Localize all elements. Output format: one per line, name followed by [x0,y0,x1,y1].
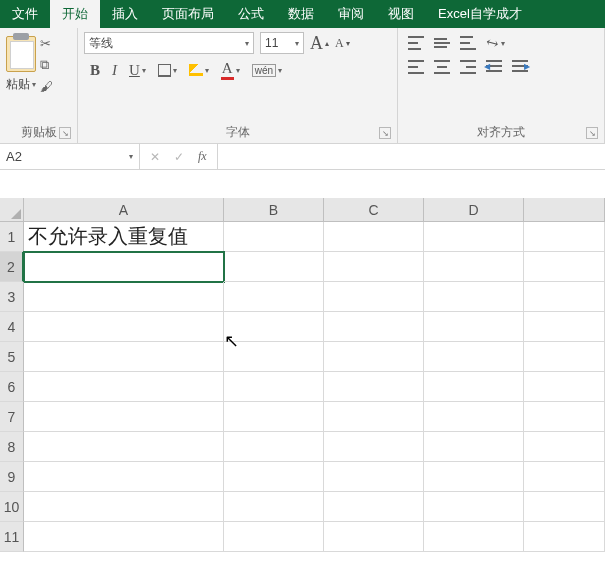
cell-d1[interactable] [424,222,524,252]
row-header-5[interactable]: 5 [0,342,24,372]
cell-e9[interactable] [524,462,605,492]
borders-button[interactable]: ▾ [158,64,177,77]
cell-c7[interactable] [324,402,424,432]
cell-e1[interactable] [524,222,605,252]
font-dialog-launcher[interactable]: ↘ [379,127,391,139]
cell-c4[interactable] [324,312,424,342]
cancel-formula-button[interactable]: ✕ [150,150,160,164]
align-center-button[interactable] [434,60,450,74]
cell-e6[interactable] [524,372,605,402]
cell-a2[interactable] [24,252,224,282]
cell-c1[interactable] [324,222,424,252]
cell-a10[interactable] [24,492,224,522]
cell-a5[interactable] [24,342,224,372]
cell-c6[interactable] [324,372,424,402]
align-top-button[interactable] [408,36,424,50]
name-box[interactable]: A2▾ [0,144,140,169]
tab-view[interactable]: 视图 [376,0,426,28]
row-header-9[interactable]: 9 [0,462,24,492]
cell-c11[interactable] [324,522,424,552]
cell-d10[interactable] [424,492,524,522]
cell-d6[interactable] [424,372,524,402]
align-right-button[interactable] [460,60,476,74]
tab-home[interactable]: 开始 [50,0,100,28]
cell-b5[interactable] [224,342,324,372]
cell-b8[interactable] [224,432,324,462]
cell-c5[interactable] [324,342,424,372]
cell-c3[interactable] [324,282,424,312]
cell-d7[interactable] [424,402,524,432]
col-header-b[interactable]: B [224,198,324,222]
cell-e10[interactable] [524,492,605,522]
increase-indent-button[interactable] [512,60,528,74]
cell-b9[interactable] [224,462,324,492]
font-color-button[interactable]: A▾ [221,60,240,80]
grow-font-button[interactable]: A▴ [310,33,329,54]
select-all-corner[interactable] [0,198,24,222]
row-header-3[interactable]: 3 [0,282,24,312]
row-header-6[interactable]: 6 [0,372,24,402]
italic-button[interactable]: I [112,62,117,79]
alignment-dialog-launcher[interactable]: ↘ [586,127,598,139]
tab-file[interactable]: 文件 [0,0,50,28]
cell-d5[interactable] [424,342,524,372]
cell-a3[interactable] [24,282,224,312]
cell-d3[interactable] [424,282,524,312]
tab-formulas[interactable]: 公式 [226,0,276,28]
copy-button[interactable]: ⧉ [40,57,53,73]
fill-color-button[interactable]: ▾ [189,64,209,76]
cell-b10[interactable] [224,492,324,522]
cell-e8[interactable] [524,432,605,462]
underline-button[interactable]: U▾ [129,62,146,79]
cell-b2[interactable] [224,252,324,282]
cell-a4[interactable] [24,312,224,342]
align-left-button[interactable] [408,60,424,74]
clipboard-dialog-launcher[interactable]: ↘ [59,127,71,139]
cell-b11[interactable] [224,522,324,552]
row-header-11[interactable]: 11 [0,522,24,552]
cell-e7[interactable] [524,402,605,432]
col-header-a[interactable]: A [24,198,224,222]
col-header-d[interactable]: D [424,198,524,222]
col-header-extra[interactable] [524,198,605,222]
confirm-formula-button[interactable]: ✓ [174,150,184,164]
cell-a8[interactable] [24,432,224,462]
cell-c10[interactable] [324,492,424,522]
cell-a9[interactable] [24,462,224,492]
cell-d8[interactable] [424,432,524,462]
tab-custom[interactable]: Excel自学成才 [426,0,534,28]
row-header-4[interactable]: 4 [0,312,24,342]
cell-c9[interactable] [324,462,424,492]
worksheet-grid[interactable]: A B C D 1 不允许录入重复值 2 3 4 5 6 7 8 9 10 11 [0,198,605,552]
cell-b3[interactable] [224,282,324,312]
align-bottom-button[interactable] [460,36,476,50]
decrease-indent-button[interactable] [486,60,502,74]
row-header-1[interactable]: 1 [0,222,24,252]
cell-d2[interactable] [424,252,524,282]
cell-d4[interactable] [424,312,524,342]
cell-d11[interactable] [424,522,524,552]
orientation-button[interactable]: ⤢▾ [486,34,505,52]
insert-function-button[interactable]: fx [198,149,207,164]
cell-e4[interactable] [524,312,605,342]
cut-button[interactable]: ✂ [40,36,53,51]
tab-insert[interactable]: 插入 [100,0,150,28]
cell-e11[interactable] [524,522,605,552]
cell-b7[interactable] [224,402,324,432]
col-header-c[interactable]: C [324,198,424,222]
cell-d9[interactable] [424,462,524,492]
cell-e3[interactable] [524,282,605,312]
align-middle-button[interactable] [434,36,450,50]
tab-page-layout[interactable]: 页面布局 [150,0,226,28]
paste-button[interactable]: 粘贴▾ [6,32,36,94]
cell-a6[interactable] [24,372,224,402]
cell-b1[interactable] [224,222,324,252]
row-header-8[interactable]: 8 [0,432,24,462]
row-header-10[interactable]: 10 [0,492,24,522]
format-painter-button[interactable]: 🖌 [40,79,53,94]
cell-a1[interactable]: 不允许录入重复值 [24,222,224,252]
bold-button[interactable]: B [90,62,100,79]
shrink-font-button[interactable]: A▾ [335,36,350,51]
cell-e5[interactable] [524,342,605,372]
cell-b4[interactable] [224,312,324,342]
